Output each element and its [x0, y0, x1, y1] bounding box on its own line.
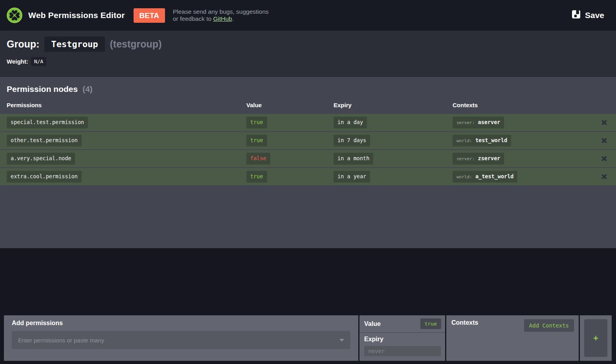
group-name[interactable]: Testgroup — [44, 37, 104, 52]
value-chip[interactable]: true — [246, 117, 267, 128]
weight-label: Weight: — [7, 58, 28, 65]
add-permissions-bar: Add permissions Value true Expiry Contex… — [4, 315, 612, 361]
value-toggle[interactable]: true — [420, 318, 441, 329]
context-value: a_test_world — [475, 173, 514, 179]
expiry-chip[interactable]: in 7 days — [334, 135, 370, 146]
context-key: server: — [456, 120, 475, 125]
permission-chip[interactable]: extra.cool.permission — [7, 171, 82, 183]
add-node-button[interactable]: + — [584, 319, 607, 357]
contexts-panel: Contexts Add Contexts — [446, 315, 579, 361]
permission-row: special.test.permission true in a day se… — [0, 114, 616, 131]
add-node-panel: + — [580, 315, 612, 361]
context-key: world: — [456, 174, 472, 179]
add-permissions-title: Add permissions — [12, 320, 350, 327]
permission-rows: special.test.permission true in a day se… — [0, 114, 616, 185]
column-permissions: Permissions — [7, 102, 246, 108]
add-permissions-panel: Add permissions — [4, 315, 358, 361]
context-chip[interactable]: world: test_world — [453, 135, 511, 146]
expiry-label: Expiry — [364, 336, 441, 343]
contexts-label: Contexts — [451, 319, 478, 326]
feedback-line2: or feedback to — [173, 15, 213, 22]
context-value: test_world — [475, 137, 507, 143]
node-count: (4) — [82, 84, 93, 94]
context-chip[interactable]: server: aserver — [453, 117, 504, 128]
beta-badge: BETA — [134, 8, 165, 23]
floppy-disk-icon — [572, 10, 581, 21]
save-label: Save — [585, 11, 604, 20]
value-chip[interactable]: true — [246, 171, 267, 183]
section-title: Permission nodes — [7, 84, 78, 94]
x-icon[interactable] — [600, 136, 609, 145]
x-icon[interactable] — [600, 118, 609, 127]
add-contexts-button[interactable]: Add Contexts — [524, 319, 574, 332]
group-label: Group: — [7, 38, 39, 50]
permission-chip[interactable]: other.test.permission — [7, 135, 82, 146]
context-value: aserver — [478, 119, 500, 125]
clover-icon — [6, 7, 23, 24]
permissions-input-wrap — [12, 331, 350, 349]
weight-value[interactable]: N/A — [31, 57, 46, 66]
context-chip[interactable]: world: a_test_world — [453, 171, 517, 183]
caret-down-icon[interactable] — [339, 339, 344, 342]
value-chip[interactable]: false — [246, 153, 270, 165]
expiry-input[interactable] — [364, 346, 441, 356]
permission-chip[interactable]: special.test.permission — [7, 117, 88, 128]
feedback-suffix: . — [232, 15, 234, 22]
column-expiry: Expiry — [334, 102, 453, 108]
context-key: world: — [456, 138, 472, 143]
empty-area — [0, 248, 616, 315]
expiry-chip[interactable]: in a year — [334, 171, 370, 183]
value-expiry-panel: Value true Expiry — [359, 315, 445, 361]
expiry-chip[interactable]: in a month — [334, 153, 373, 165]
permission-chip[interactable]: a.very.special.node — [7, 153, 75, 165]
save-button[interactable]: Save — [569, 9, 607, 21]
context-key: server: — [456, 156, 475, 161]
github-link[interactable]: GitHub — [213, 15, 232, 22]
x-icon[interactable] — [600, 154, 609, 163]
column-contexts: Contexts — [453, 102, 592, 108]
app-title: Web Permissions Editor — [28, 11, 125, 20]
column-value: Value — [246, 102, 334, 108]
permission-nodes-section: Permission nodes (4) Permissions Value E… — [0, 77, 616, 248]
permission-row: other.test.permission true in 7 days wor… — [0, 132, 616, 149]
value-label: Value — [364, 320, 381, 327]
context-chip[interactable]: server: zserver — [453, 153, 504, 165]
group-section: Group: Testgroup (testgroup) Weight: N/A — [0, 31, 616, 77]
expiry-chip[interactable]: in a day — [334, 117, 367, 128]
value-chip[interactable]: true — [246, 135, 267, 146]
permissions-input[interactable] — [12, 331, 350, 349]
table-header: Permissions Value Expiry Contexts — [0, 99, 616, 114]
app-header: Web Permissions Editor BETA Please send … — [0, 0, 616, 31]
permission-row: extra.cool.permission true in a year wor… — [0, 168, 616, 185]
feedback-note: Please send any bugs, suggestions or fee… — [173, 8, 269, 22]
app-root: Web Permissions Editor BETA Please send … — [0, 0, 616, 364]
feedback-line1: Please send any bugs, suggestions — [173, 8, 269, 15]
x-icon[interactable] — [600, 172, 609, 181]
permission-row: a.very.special.node false in a month ser… — [0, 150, 616, 167]
context-value: zserver — [478, 155, 500, 161]
group-id: (testgroup) — [110, 38, 162, 50]
